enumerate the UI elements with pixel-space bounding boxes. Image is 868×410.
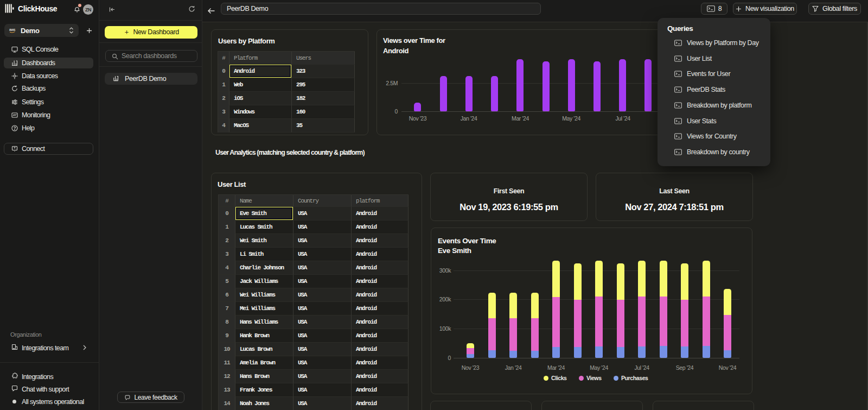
svg-text:aws: aws <box>9 28 16 31</box>
